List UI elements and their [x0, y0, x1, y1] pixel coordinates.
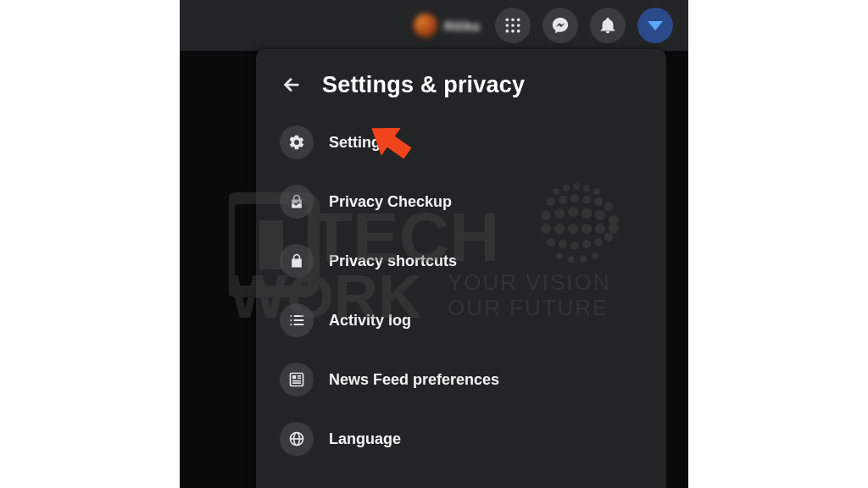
- menu-item-label: Activity log: [329, 312, 411, 330]
- menu-item-language[interactable]: Language: [275, 413, 648, 464]
- profile-name: Ritika: [444, 19, 480, 33]
- notifications-button[interactable]: [590, 8, 626, 43]
- account-dropdown-button[interactable]: [637, 8, 673, 43]
- svg-point-3: [506, 24, 509, 27]
- messenger-button[interactable]: [542, 8, 578, 43]
- svg-point-10: [290, 315, 292, 317]
- svg-point-12: [290, 324, 292, 325]
- grid-icon: [504, 17, 521, 34]
- back-button[interactable]: [275, 68, 309, 102]
- svg-rect-16: [291, 374, 303, 386]
- arrow-left-icon: [282, 75, 301, 94]
- settings-menu: Settings Privacy Checkup Privacy shortcu…: [275, 117, 648, 464]
- app-window: Ritika: [180, 0, 688, 488]
- apps-button[interactable]: [495, 8, 531, 43]
- svg-point-0: [506, 19, 509, 22]
- menu-item-label: Privacy shortcuts: [329, 252, 457, 270]
- caret-down-icon: [648, 21, 663, 30]
- menu-item-privacy-shortcuts[interactable]: Privacy shortcuts: [275, 236, 648, 286]
- panel-title: Settings & privacy: [322, 72, 525, 98]
- menu-item-label: Settings: [329, 134, 389, 152]
- svg-point-11: [290, 319, 292, 321]
- list-icon: [280, 303, 314, 337]
- svg-rect-17: [292, 375, 296, 379]
- settings-privacy-panel: Settings & privacy Settings Privacy Chec…: [256, 49, 666, 488]
- lock-check-icon: [280, 185, 314, 219]
- svg-point-2: [517, 19, 520, 22]
- svg-point-7: [511, 30, 515, 33]
- menu-item-label: Privacy Checkup: [329, 193, 452, 211]
- lock-icon: [280, 244, 314, 278]
- globe-icon: [280, 422, 314, 456]
- panel-header: Settings & privacy: [275, 68, 648, 102]
- avatar: [414, 14, 437, 37]
- svg-point-5: [517, 24, 520, 27]
- menu-item-news-feed-preferences[interactable]: News Feed preferences: [275, 354, 648, 405]
- menu-item-privacy-checkup[interactable]: Privacy Checkup: [275, 176, 648, 227]
- menu-item-activity-log[interactable]: Activity log: [275, 295, 648, 346]
- menu-item-label: Language: [329, 430, 401, 448]
- svg-point-6: [506, 30, 509, 33]
- svg-point-1: [511, 19, 515, 22]
- menu-item-settings[interactable]: Settings: [275, 117, 648, 168]
- menu-item-label: News Feed preferences: [329, 371, 499, 389]
- svg-point-8: [517, 30, 520, 33]
- svg-point-4: [511, 24, 515, 27]
- profile-chip[interactable]: Ritika: [414, 14, 480, 37]
- feed-icon: [280, 363, 314, 396]
- gear-icon: [280, 125, 314, 159]
- topbar: Ritika: [180, 0, 688, 51]
- messenger-icon: [551, 16, 570, 35]
- bell-icon: [598, 16, 617, 35]
